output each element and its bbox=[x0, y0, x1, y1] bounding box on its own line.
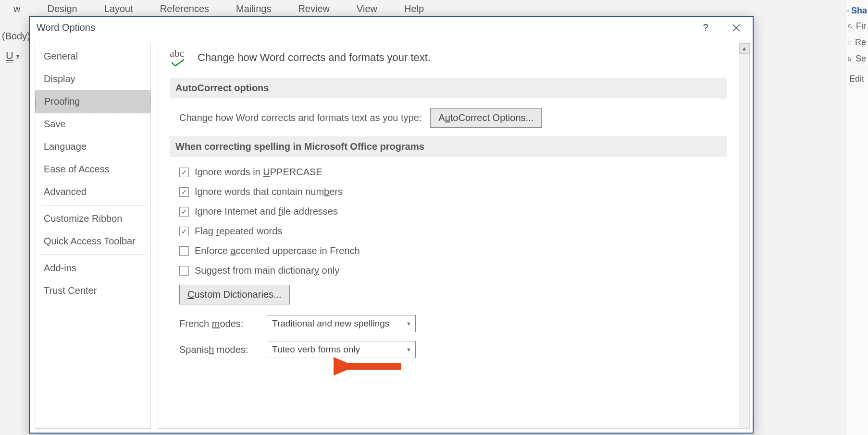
nav-quick-access-toolbar[interactable]: Quick Access Toolbar bbox=[35, 230, 150, 253]
ribbon-tab[interactable]: w bbox=[13, 3, 20, 14]
nav-separator bbox=[41, 254, 145, 255]
options-nav: General Display Proofing Save Language E… bbox=[35, 43, 151, 429]
checkbox-icon bbox=[179, 266, 189, 276]
checkbox-icon bbox=[179, 207, 189, 217]
find-button[interactable]: Fir bbox=[845, 18, 868, 34]
checkbox-icon bbox=[179, 187, 189, 197]
svg-text:a: a bbox=[848, 40, 849, 43]
checkbox-label: Flag repeated words bbox=[195, 226, 282, 237]
annotation-arrow bbox=[334, 354, 406, 378]
section-spelling: When correcting spelling in Microsoft Of… bbox=[170, 136, 727, 157]
svg-line-1 bbox=[851, 27, 853, 28]
close-button[interactable] bbox=[727, 18, 746, 37]
checkbox-label: Ignore words in UPPERCASE bbox=[195, 167, 322, 178]
ribbon-tab[interactable]: Design bbox=[47, 3, 77, 14]
custom-dictionaries-button[interactable]: Custom Dictionaries... bbox=[179, 285, 290, 304]
checkbox-flag-repeated[interactable]: Flag repeated words bbox=[179, 226, 727, 237]
abc-check-icon: abc bbox=[170, 48, 187, 67]
french-modes-label: French modes: bbox=[179, 318, 256, 329]
underline-button[interactable]: U ▾ bbox=[0, 44, 28, 68]
checkbox-ignore-uppercase[interactable]: Ignore words in UPPERCASE bbox=[179, 167, 727, 178]
editing-group-label: Edit bbox=[845, 69, 868, 87]
checkbox-label: Suggest from main dictionary only bbox=[195, 265, 339, 276]
checkbox-ignore-numbers[interactable]: Ignore words that contain numbers bbox=[179, 186, 727, 197]
ribbon-tab[interactable]: View bbox=[357, 3, 377, 14]
checkmark-icon bbox=[170, 59, 187, 67]
content-panel: abc Change how Word corrects and formats… bbox=[158, 43, 739, 428]
cursor-icon bbox=[847, 55, 853, 63]
nav-separator bbox=[41, 205, 145, 205]
checkbox-icon bbox=[179, 246, 189, 256]
dialog-title-text: Word Options bbox=[37, 22, 95, 33]
replace-button[interactable]: ab Re bbox=[845, 34, 868, 50]
share-icon bbox=[846, 7, 849, 15]
ribbon-right-panel: Sha Fir ab Re Se Edit bbox=[845, 0, 868, 435]
ribbon-tab[interactable]: Review bbox=[298, 3, 330, 14]
french-modes-dropdown[interactable]: Traditional and new spellings bbox=[267, 315, 416, 332]
checkbox-ignore-internet[interactable]: Ignore Internet and file addresses bbox=[179, 206, 727, 217]
svg-text:b: b bbox=[850, 42, 851, 45]
share-button[interactable]: Sha bbox=[845, 4, 868, 18]
nav-proofing[interactable]: Proofing bbox=[35, 90, 150, 113]
ribbon-tabs: w Design Layout References Mailings Revi… bbox=[0, 0, 868, 17]
nav-ease-of-access[interactable]: Ease of Access bbox=[35, 158, 150, 181]
checkbox-icon bbox=[179, 168, 189, 177]
spanish-modes-label: Spanish modes: bbox=[179, 344, 256, 355]
nav-save[interactable]: Save bbox=[35, 113, 150, 135]
replace-icon: ab bbox=[847, 39, 852, 47]
checkbox-label: Enforce accented uppercase in French bbox=[195, 245, 360, 256]
checkbox-label: Ignore Internet and file addresses bbox=[195, 206, 338, 217]
nav-customize-ribbon[interactable]: Customize Ribbon bbox=[35, 207, 150, 230]
checkbox-icon bbox=[179, 227, 189, 236]
checkbox-label: Ignore words that contain numbers bbox=[195, 186, 343, 197]
nav-advanced[interactable]: Advanced bbox=[35, 181, 150, 203]
content-panel-wrap: abc Change how Word corrects and formats… bbox=[158, 43, 750, 429]
autocorrect-label: Change how Word corrects and formats tex… bbox=[179, 112, 422, 123]
proofing-header: abc Change how Word corrects and formats… bbox=[170, 47, 727, 78]
nav-add-ins[interactable]: Add-ins bbox=[35, 257, 150, 279]
ribbon-tab[interactable]: References bbox=[160, 3, 209, 14]
close-icon bbox=[732, 24, 741, 32]
vertical-scrollbar[interactable]: ▲ bbox=[739, 43, 749, 428]
help-button[interactable]: ? bbox=[696, 18, 715, 37]
nav-display[interactable]: Display bbox=[35, 68, 150, 90]
svg-point-0 bbox=[848, 24, 851, 27]
select-button[interactable]: Se bbox=[845, 50, 868, 67]
ribbon-tab[interactable]: Mailings bbox=[236, 3, 271, 14]
autocorrect-row: Change how Word corrects and formats tex… bbox=[179, 108, 727, 128]
nav-trust-center[interactable]: Trust Center bbox=[35, 279, 150, 302]
scroll-up-arrow[interactable]: ▲ bbox=[739, 43, 750, 54]
section-autocorrect: AutoCorrect options bbox=[170, 78, 727, 98]
proofing-header-text: Change how Word corrects and formats you… bbox=[198, 51, 431, 64]
autocorrect-options-button[interactable]: AutoCorrect Options... bbox=[430, 108, 542, 128]
dialog-titlebar: Word Options ? bbox=[30, 17, 753, 39]
ribbon-tab[interactable]: Layout bbox=[104, 3, 133, 14]
font-body-label: (Body) bbox=[0, 29, 28, 44]
nav-general[interactable]: General bbox=[35, 45, 150, 68]
ribbon-font-group: (Body) U ▾ bbox=[0, 29, 28, 68]
checkbox-suggest-main-dict[interactable]: Suggest from main dictionary only bbox=[179, 265, 727, 276]
ribbon-tab[interactable]: Help bbox=[404, 3, 424, 14]
french-modes-row: French modes: Traditional and new spelli… bbox=[179, 315, 727, 332]
search-icon bbox=[847, 23, 853, 30]
nav-language[interactable]: Language bbox=[35, 135, 150, 158]
checkbox-enforce-accented[interactable]: Enforce accented uppercase in French bbox=[179, 245, 727, 256]
spanish-modes-row: Spanish modes: Tuteo verb forms only bbox=[179, 341, 727, 358]
